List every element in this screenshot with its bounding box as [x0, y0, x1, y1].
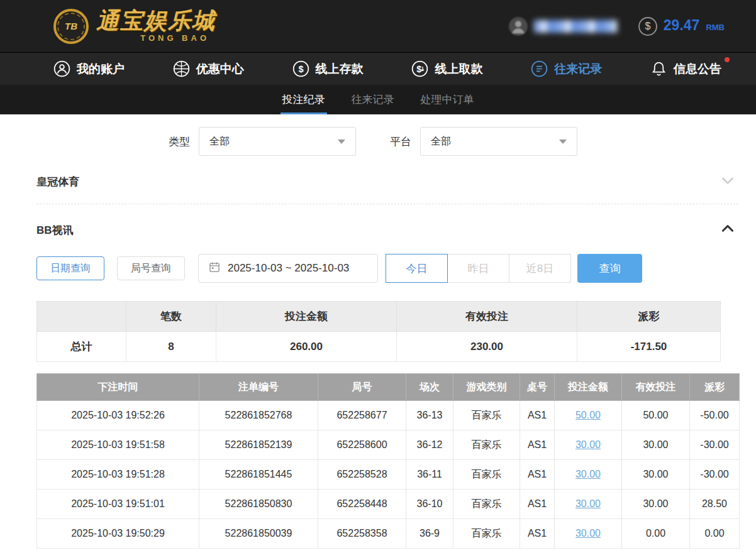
- avatar-icon: [509, 17, 528, 36]
- nav-item-announcements[interactable]: 信息公告: [650, 60, 721, 77]
- summary-total-row: 总计 8 260.00 230.00 -171.50: [37, 332, 721, 362]
- section-title: BB视讯: [36, 223, 74, 238]
- round-query-button[interactable]: 局号查询: [117, 256, 185, 280]
- summary-count: 8: [126, 332, 216, 362]
- payout: -50.00: [690, 401, 740, 430]
- logo-title: 通宝娱乐城: [96, 9, 216, 32]
- chevron-down-icon: [338, 140, 345, 144]
- query-bar: 日期查询 局号查询 2025-10-03 ~ 2025-10-03 今日 昨日 …: [36, 254, 756, 283]
- game-type: 百家乐: [453, 460, 520, 490]
- payout: 0.00: [690, 519, 740, 549]
- bet-no: 522861852139: [199, 430, 318, 460]
- col-bet-no: 注单编号: [199, 374, 318, 401]
- date-range-input[interactable]: 2025-10-03 ~ 2025-10-03: [198, 254, 378, 283]
- search-button[interactable]: 查询: [577, 254, 642, 283]
- date-range-value: 2025-10-03 ~ 2025-10-03: [228, 262, 349, 275]
- date-query-button[interactable]: 日期查询: [36, 256, 104, 280]
- col-game-type: 游戏类别: [453, 374, 520, 401]
- nav-label: 优惠中心: [196, 61, 244, 77]
- summary-header-valid-bet: 有效投注: [397, 302, 577, 332]
- game-type: 百家乐: [453, 490, 520, 519]
- valid-bet: 30.00: [622, 430, 690, 460]
- svg-text:$: $: [298, 64, 303, 74]
- today-button[interactable]: 今日: [386, 254, 448, 283]
- notification-dot: [725, 57, 730, 62]
- account-info[interactable]: [509, 17, 617, 36]
- platform-select[interactable]: 全部: [420, 127, 577, 156]
- balance[interactable]: $ 29.47 RMB: [638, 17, 725, 36]
- tab-processing-orders[interactable]: 处理中订单: [419, 85, 476, 114]
- summary-header-bet-amount: 投注金额: [216, 302, 397, 332]
- bell-icon: [650, 60, 667, 77]
- top-header: TB 通宝娱乐城 TONG BAO $ 29.47 RMB: [0, 0, 756, 52]
- sub-nav: 投注纪录 往来记录 处理中订单: [0, 85, 756, 114]
- logo-text: 通宝娱乐城 TONG BAO: [96, 9, 216, 43]
- platform-label: 平台: [390, 134, 411, 149]
- nav-item-withdraw[interactable]: $ 线上取款: [411, 60, 482, 77]
- nav-label: 往来记录: [554, 61, 602, 77]
- session: 36-9: [406, 519, 453, 549]
- round-no: 652258448: [318, 490, 406, 519]
- valid-bet: 30.00: [622, 490, 690, 519]
- dollar-icon: $: [638, 17, 657, 36]
- chevron-down-icon: [559, 140, 567, 144]
- table-no: AS1: [520, 401, 555, 430]
- bet-amount-link[interactable]: 30.00: [575, 439, 601, 450]
- platform-select-value: 全部: [431, 135, 451, 148]
- session: 36-10: [406, 490, 453, 519]
- table-header-row: 下注时间 注单编号 局号 场次 游戏类别 桌号 投注金额 有效投注 派彩: [37, 374, 740, 401]
- summary-bet-amount: 260.00: [216, 332, 397, 362]
- table-row: 2025-10-03 19:51:58 522861852139 6522586…: [37, 430, 740, 460]
- user-area: $ 29.47 RMB: [509, 17, 725, 36]
- nav-item-deposit[interactable]: $ 线上存款: [292, 60, 364, 77]
- bet-no: 522861851445: [199, 460, 318, 490]
- summary-header-row: 笔数 投注金额 有效投注 派彩: [37, 302, 721, 332]
- main-content: 类型 全部 平台 全部 皇冠体育 BB视讯 日期查询 局号查询 2025-10-…: [0, 127, 756, 549]
- session: 36-12: [406, 430, 453, 460]
- round-no: 652258600: [318, 430, 406, 460]
- tab-transaction-records[interactable]: 往来记录: [350, 85, 396, 114]
- bet-records-table: 下注时间 注单编号 局号 场次 游戏类别 桌号 投注金额 有效投注 派彩 202…: [36, 373, 740, 549]
- summary-valid-bet: 230.00: [397, 332, 577, 362]
- type-select-value: 全部: [209, 135, 230, 148]
- calendar-icon: [208, 261, 221, 276]
- table-no: AS1: [520, 490, 555, 519]
- table-row: 2025-10-03 19:50:29 522861850039 6522583…: [37, 519, 740, 549]
- col-session: 场次: [406, 374, 453, 401]
- bet-time: 2025-10-03 19:51:01: [37, 490, 199, 519]
- table-no: AS1: [520, 460, 555, 490]
- type-label: 类型: [169, 134, 190, 149]
- table-no: AS1: [520, 519, 555, 549]
- col-table-no: 桌号: [520, 374, 555, 401]
- payout: -30.00: [690, 460, 740, 490]
- yesterday-button[interactable]: 昨日: [447, 254, 509, 283]
- nav-item-my-account[interactable]: 我的账户: [53, 60, 125, 77]
- section-bb-video[interactable]: BB视讯: [0, 221, 756, 239]
- filter-row: 类型 全部 平台 全部: [169, 127, 756, 156]
- main-nav: 我的账户 优惠中心 $ 线上存款 $ 线上取款 往来记录 信息公告: [0, 52, 756, 85]
- game-type: 百家乐: [453, 430, 520, 460]
- last-8-days-button[interactable]: 近8日: [509, 254, 571, 283]
- table-row: 2025-10-03 19:52:26 522861852768 6522586…: [37, 401, 740, 430]
- summary-total-label: 总计: [37, 332, 126, 362]
- valid-bet: 30.00: [622, 460, 690, 490]
- nav-label: 我的账户: [77, 61, 125, 77]
- bet-amount-link[interactable]: 50.00: [575, 410, 601, 420]
- nav-item-promotions[interactable]: 优惠中心: [173, 60, 244, 77]
- round-no: 652258528: [318, 460, 406, 490]
- records-icon: [531, 60, 548, 77]
- summary-header-empty: [37, 302, 126, 332]
- site-logo[interactable]: TB 通宝娱乐城 TONG BAO: [53, 9, 216, 44]
- type-select[interactable]: 全部: [199, 127, 356, 156]
- valid-bet: 0.00: [622, 519, 690, 549]
- col-valid-bet: 有效投注: [622, 374, 690, 401]
- bet-no: 522861852768: [199, 401, 318, 430]
- bet-amount-link[interactable]: 30.00: [575, 528, 601, 539]
- tab-betting-records[interactable]: 投注纪录: [281, 85, 327, 114]
- section-crown-sports[interactable]: 皇冠体育: [0, 172, 756, 191]
- bet-amount-link[interactable]: 30.00: [575, 469, 601, 479]
- bet-time: 2025-10-03 19:50:29: [37, 519, 199, 549]
- nav-item-records[interactable]: 往来记录: [531, 60, 602, 77]
- summary-header-count: 笔数: [126, 302, 216, 332]
- bet-amount-link[interactable]: 30.00: [575, 498, 601, 509]
